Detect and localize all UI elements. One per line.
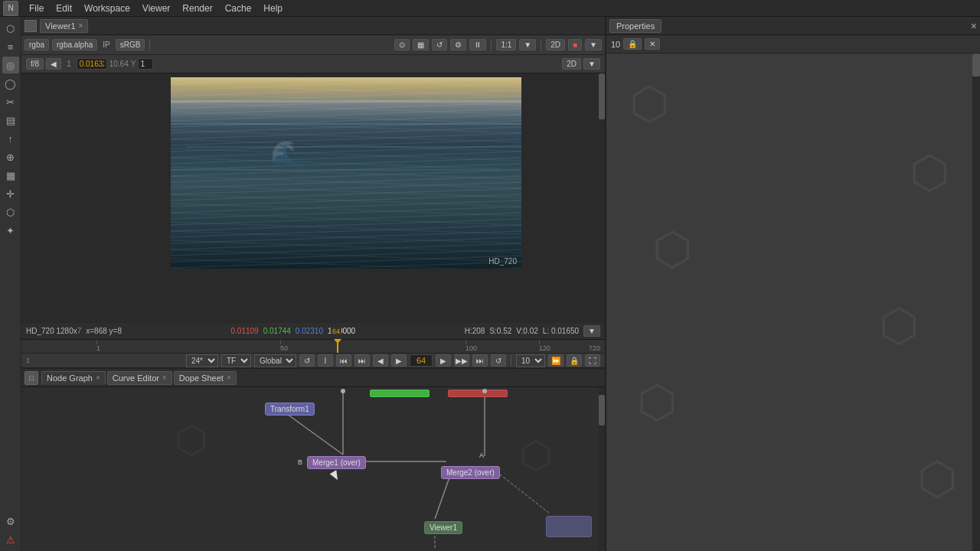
toolbar-settings-icon[interactable]: ⚙ (2, 513, 19, 530)
viewer-more-icon[interactable]: ▼ (519, 39, 536, 51)
tab-curve-editor-close[interactable]: × (162, 373, 167, 382)
playhead[interactable]: 64 (337, 340, 338, 353)
viewer-tab[interactable]: Viewer1 × (40, 19, 88, 33)
status-menu-btn[interactable]: ▼ (583, 325, 600, 337)
toolbar-grid-icon[interactable]: ▦ (2, 167, 19, 184)
viewer-expand-icon[interactable]: ▼ (585, 39, 602, 51)
play-btn[interactable]: ▶ (436, 354, 451, 367)
bg-deco-2: ⬡ (519, 433, 553, 478)
props-deco-3: ⬡ (652, 222, 692, 276)
node-green-bar[interactable] (370, 390, 430, 397)
l-value: L: 0.01650 (543, 327, 579, 335)
y-input[interactable] (138, 58, 153, 70)
mode-2d-btn[interactable]: 2D (562, 58, 581, 70)
node-scrollbar[interactable] (599, 387, 605, 551)
expand-viewer-btn[interactable]: ⛶ (585, 354, 600, 367)
step-select[interactable]: 1051 (516, 354, 545, 367)
tab-node-graph-close[interactable]: × (96, 373, 100, 382)
node-canvas[interactable]: Transform1 B A B Merge1 (over) Merge2 (o… (21, 387, 605, 551)
viewer-gain-icon[interactable]: ⊙ (394, 39, 410, 51)
toolbar-add-icon[interactable]: ⊕ (2, 148, 19, 165)
viewer-tab-close[interactable]: × (79, 21, 83, 30)
viewer-scrollbar-thumb[interactable] (599, 73, 605, 119)
props-close2-btn[interactable]: ✕ (645, 38, 660, 50)
lock-btn[interactable]: 🔒 (567, 354, 582, 367)
node-red-bar[interactable] (448, 390, 508, 397)
props-deco-6: ⬡ (917, 452, 957, 505)
global-select[interactable]: Global (254, 354, 296, 367)
viewer-pause-icon[interactable]: ⏸ (469, 39, 486, 51)
port-top-1 (341, 389, 345, 393)
viewer-refresh-icon[interactable]: ↺ (432, 39, 447, 51)
sync-btn[interactable]: ↺ (299, 354, 315, 367)
ruler-tick-50: 50 (280, 344, 288, 352)
viewer-expand2-btn[interactable]: ▼ (583, 58, 600, 70)
menu-render[interactable]: Render (176, 2, 218, 15)
prev-frame-btn[interactable]: ◀ (373, 354, 388, 367)
timeline-ruler[interactable]: 1 50 100 120 720 64 (21, 340, 605, 354)
node-transform1[interactable]: Transform1 (265, 403, 315, 416)
toolbar-merge-icon[interactable]: ↑ (2, 130, 19, 147)
tf-select[interactable]: TF (221, 354, 251, 367)
props-close-btn[interactable]: × (971, 20, 977, 32)
zoom-select[interactable]: 1:1 (496, 39, 516, 51)
jump-start-btn[interactable]: ⏮ (336, 354, 351, 367)
node-viewer1[interactable]: Viewer1 (424, 521, 462, 534)
toolbar-viewer-icon[interactable]: ⬡ (2, 20, 19, 37)
fast-forward-btn[interactable]: ⏩ (548, 354, 564, 367)
props-lock-btn[interactable]: 🔒 (623, 38, 642, 50)
next-frame-btn[interactable]: ▶ (391, 354, 407, 367)
jump-end-btn[interactable]: ⏭ (472, 354, 488, 367)
tab-curve-editor[interactable]: Curve Editor × (107, 371, 172, 385)
toolbar-warning-icon[interactable]: ⚠ (2, 531, 19, 548)
frame-prev-btn[interactable]: ◀ (46, 58, 61, 70)
tab-curve-editor-label: Curve Editor (113, 373, 159, 383)
ruler-tick-120: 120 (539, 344, 550, 352)
menu-file[interactable]: File (23, 2, 50, 15)
toolbar-ring-icon[interactable]: ◯ (2, 75, 19, 92)
toolbar-list-icon[interactable]: ≡ (2, 38, 19, 55)
toolbar-hex-icon[interactable]: ⬡ (2, 204, 19, 220)
frame-input[interactable] (77, 58, 107, 70)
menu-workspace[interactable]: Workspace (78, 2, 136, 15)
right-panel: Properties × 10 🔒 ✕ ⬡ ⬡ ⬡ ⬡ ⬡ ⬡ (605, 17, 980, 551)
node-merge2[interactable]: Merge2 (over) (441, 466, 500, 479)
node-scrollbar-thumb[interactable] (599, 395, 605, 425)
menu-help[interactable]: Help (257, 2, 289, 15)
loop-btn[interactable]: ↺ (491, 354, 506, 367)
channel2-select[interactable]: rgba.alpha (52, 39, 97, 51)
channel-select[interactable]: rgba (24, 39, 49, 51)
menu-cache[interactable]: Cache (219, 2, 258, 15)
tick-120 (539, 340, 540, 344)
viewer-color-icon[interactable]: ■ (568, 39, 582, 51)
tab-dope-sheet[interactable]: Dope Sheet × (174, 371, 237, 385)
toolbar-circle-icon[interactable]: ◎ (2, 57, 19, 73)
menu-edit[interactable]: Edit (50, 2, 78, 15)
props-value1: 10 (611, 40, 620, 49)
toolbar-plus-icon[interactable]: ✛ (2, 185, 19, 202)
tick-50 (280, 340, 281, 344)
r-value: 0.01109 (231, 327, 259, 335)
step-back-btn[interactable]: ⏭ (354, 354, 370, 367)
props-scrollbar[interactable] (972, 54, 980, 551)
viewer-scrollbar[interactable] (599, 73, 605, 323)
tab-properties[interactable]: Properties (609, 19, 662, 33)
colorspace-select[interactable]: sRGB (116, 39, 145, 51)
toolbar-layers-icon[interactable]: ▤ (2, 112, 19, 129)
viewer-settings-icon[interactable]: ⚙ (450, 39, 466, 51)
toolbar-transform-icon[interactable]: ✂ (2, 93, 19, 110)
tab-node-graph[interactable]: Node Graph × (41, 371, 106, 385)
ruler-tick-100: 100 (466, 344, 477, 352)
props-scrollbar-thumb[interactable] (972, 54, 980, 77)
viewer-grid-icon[interactable]: ▦ (413, 39, 429, 51)
toolbar-star-icon[interactable]: ✦ (2, 222, 19, 239)
mode-select[interactable]: 2D (546, 39, 565, 51)
fps-select[interactable]: 24*2530 (186, 354, 218, 367)
node-merge1[interactable]: Merge1 (over) (307, 456, 366, 469)
menu-viewer[interactable]: Viewer (136, 2, 176, 15)
in-point-btn[interactable]: I (318, 354, 333, 367)
tab-dope-sheet-close[interactable]: × (227, 373, 231, 382)
frame-back-btn[interactable]: f/8 (26, 58, 44, 70)
node-unknown[interactable] (546, 516, 592, 537)
play-all-btn[interactable]: ▶▶ (454, 354, 469, 367)
